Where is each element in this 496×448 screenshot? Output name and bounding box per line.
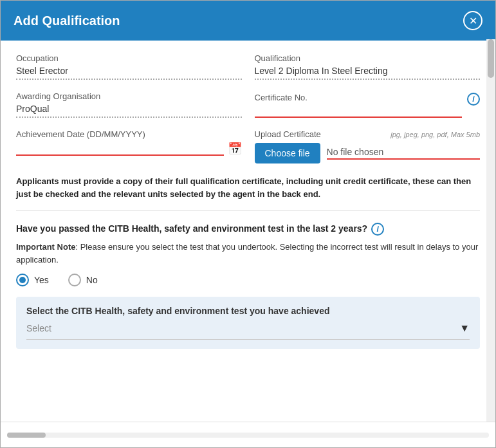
- divider: [16, 210, 480, 211]
- notice-text: Applicants must provide a copy of their …: [16, 175, 480, 200]
- scrollbar-track: [486, 39, 495, 422]
- citb-question-text: Have you passed the CITB Health, safety …: [16, 223, 367, 234]
- upload-hint: jpg, jpeg, png, pdf, Max 5mb: [390, 131, 480, 138]
- citb-select-placeholder: Select: [26, 323, 51, 333]
- cert-no-group: Certificate No. i: [255, 91, 481, 118]
- upload-label: Upload Certificate: [255, 129, 321, 139]
- upload-group: Upload Certificate jpg, jpeg, png, pdf, …: [255, 129, 481, 163]
- choose-file-button[interactable]: Choose file: [255, 143, 320, 163]
- qualification-label: Qualification: [255, 53, 481, 63]
- awarding-org-group: Awarding Organisation ProQual: [16, 91, 242, 118]
- cert-no-input[interactable]: [255, 104, 463, 118]
- awarding-org-value: ProQual: [16, 104, 242, 118]
- citb-info-icon[interactable]: i: [371, 223, 384, 236]
- important-note: Important Note: Please ensure you select…: [16, 241, 480, 266]
- achievement-date-label: Achievement Date (DD/MM/YYYY): [16, 129, 242, 139]
- modal-body: Occupation Steel Erector Qualification L…: [1, 41, 495, 422]
- upload-label-row: Upload Certificate jpg, jpeg, png, pdf, …: [255, 129, 481, 139]
- cert-no-row: Certificate No. i: [255, 91, 481, 118]
- occupation-label: Occupation: [16, 53, 242, 63]
- qualification-group: Qualification Level 2 Diploma In Steel E…: [255, 53, 481, 80]
- horizontal-scrollbar-thumb[interactable]: [7, 433, 46, 438]
- occupation-group: Occupation Steel Erector: [16, 53, 242, 80]
- citb-select-row[interactable]: Select ▼: [26, 322, 470, 340]
- radio-no-circle: [68, 274, 81, 286]
- important-label: Important Note: [16, 242, 75, 252]
- radio-no-label: No: [86, 275, 98, 285]
- citb-box-title: Select the CITB Health, safety and envir…: [26, 306, 470, 316]
- modal-header: Add Qualification ✕: [1, 1, 495, 41]
- qualification-value: Level 2 Diploma In Steel Erecting: [255, 66, 481, 80]
- radio-yes-label: Yes: [34, 275, 49, 285]
- occupation-value: Steel Erector: [16, 66, 242, 80]
- citb-question-row: Have you passed the CITB Health, safety …: [16, 221, 480, 236]
- achievement-date-row: 📅: [16, 142, 242, 156]
- awarding-org-label: Awarding Organisation: [16, 91, 242, 101]
- row-awarding-cert: Awarding Organisation ProQual Certificat…: [16, 91, 480, 118]
- achievement-date-group: Achievement Date (DD/MM/YYYY) 📅: [16, 129, 242, 163]
- no-file-text: No file chosen: [327, 147, 480, 160]
- modal-title: Add Qualification: [14, 14, 120, 28]
- row-occupation-qualification: Occupation Steel Erector Qualification L…: [16, 53, 480, 80]
- upload-section: Upload Certificate jpg, jpeg, png, pdf, …: [255, 129, 481, 163]
- achievement-date-input[interactable]: [16, 142, 224, 156]
- radio-no[interactable]: No: [68, 274, 98, 286]
- close-button[interactable]: ✕: [463, 11, 482, 30]
- select-arrow-icon: ▼: [459, 322, 470, 334]
- cert-no-label: Certificate No.: [255, 93, 308, 102]
- row-date-upload: Achievement Date (DD/MM/YYYY) 📅 Upload C…: [16, 129, 480, 163]
- horizontal-scrollbar-track: [7, 433, 489, 438]
- important-text: : Please ensure you select the test that…: [16, 242, 478, 265]
- radio-yes[interactable]: Yes: [16, 274, 49, 286]
- radio-yes-circle: [16, 274, 29, 286]
- calendar-icon[interactable]: 📅: [228, 142, 242, 156]
- upload-controls: Choose file No file chosen: [255, 143, 481, 163]
- radio-group: Yes No: [16, 274, 480, 286]
- citb-selection-box: Select the CITB Health, safety and envir…: [16, 297, 480, 349]
- modal-container: Add Qualification ✕ Occupation Steel Ere…: [0, 0, 496, 448]
- cert-no-input-wrapper: Certificate No.: [255, 91, 463, 118]
- modal-footer: [1, 422, 495, 447]
- cert-no-info-icon[interactable]: i: [467, 93, 480, 106]
- scrollbar-thumb[interactable]: [488, 39, 494, 78]
